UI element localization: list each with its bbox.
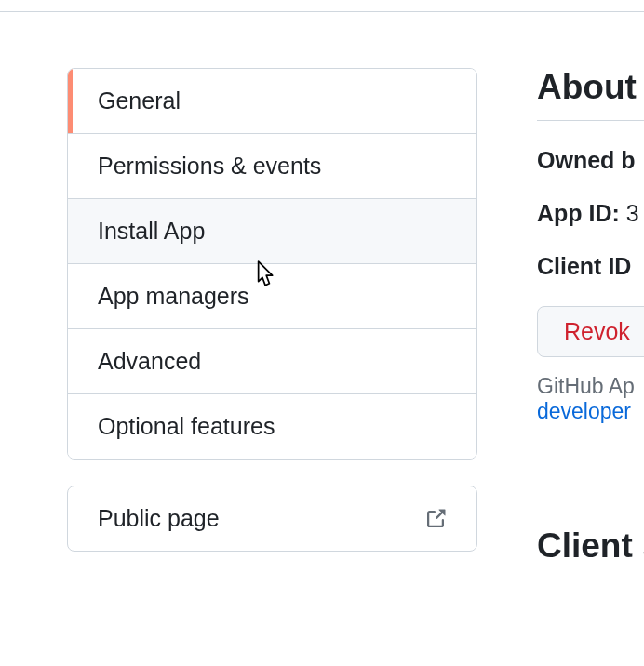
public-page-label: Public page [98, 505, 220, 532]
nav-item-app-managers[interactable]: App managers [68, 264, 476, 329]
nav-item-label: Advanced [98, 348, 201, 374]
note-prefix: GitHub Ap [537, 374, 635, 398]
public-page-link[interactable]: Public page [67, 486, 477, 552]
owned-by-label: Owned b [537, 147, 636, 173]
about-divider [537, 120, 644, 121]
developer-link[interactable]: developer [537, 399, 631, 423]
nav-item-label: Install App [98, 218, 205, 244]
about-heading: About [537, 68, 644, 107]
nav-item-install-app[interactable]: Install App [68, 199, 476, 264]
nav-item-label: App managers [98, 283, 249, 309]
nav-item-optional-features[interactable]: Optional features [68, 394, 476, 459]
app-note: GitHub Ap developer [537, 374, 644, 424]
app-id-value: 3 [626, 200, 639, 226]
app-id-line: App ID: 3 [537, 200, 644, 227]
client-id-label: Client ID [537, 253, 631, 279]
revoke-button[interactable]: Revok [537, 306, 644, 357]
nav-list: General Permissions & events Install App… [67, 68, 477, 460]
nav-item-general[interactable]: General [68, 69, 476, 134]
client-id-line: Client ID [537, 253, 644, 280]
nav-item-label: Permissions & events [98, 153, 321, 179]
nav-item-label: General [98, 87, 181, 113]
settings-sidebar: General Permissions & events Install App… [67, 68, 477, 552]
main-panel: About Owned b App ID: 3 Client ID Revok … [537, 68, 644, 566]
nav-item-label: Optional features [98, 413, 275, 439]
nav-item-permissions[interactable]: Permissions & events [68, 134, 476, 199]
external-link-icon [424, 508, 447, 530]
nav-item-advanced[interactable]: Advanced [68, 329, 476, 394]
top-divider [0, 11, 644, 12]
client-secrets-heading: Client s [537, 526, 644, 566]
app-id-label: App ID: [537, 200, 620, 226]
revoke-label: Revok [564, 318, 630, 344]
owned-by-line: Owned b [537, 147, 644, 174]
